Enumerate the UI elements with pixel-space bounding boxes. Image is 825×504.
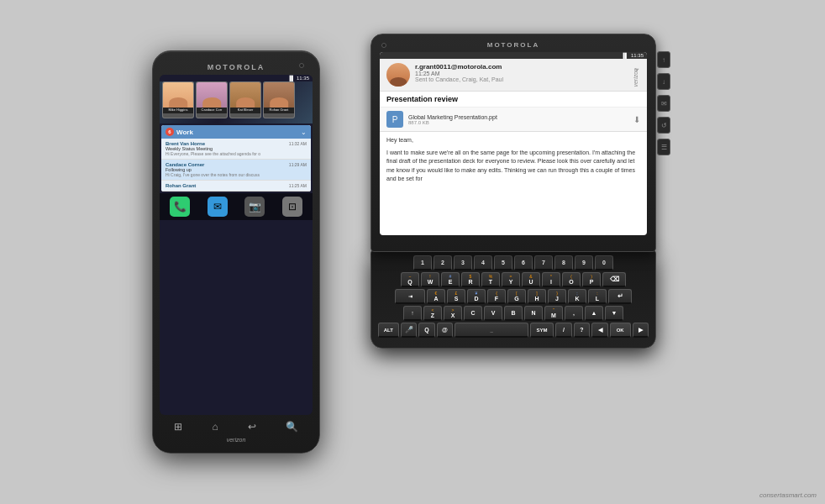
key-h[interactable]: ]H <box>528 289 546 304</box>
key-l[interactable]: :L <box>588 289 607 304</box>
key-6[interactable]: 6 <box>514 255 533 270</box>
key-arrow-up[interactable]: ▲ <box>585 306 603 321</box>
key-4[interactable]: 4 <box>474 255 492 270</box>
side-btn-up[interactable]: ↑ <box>657 51 670 68</box>
key-8[interactable]: 8 <box>554 255 573 270</box>
key-left[interactable]: ◀ <box>591 323 608 338</box>
email-item-3[interactable]: Rohan Grant 11:25 AM <box>161 181 311 192</box>
key-1[interactable]: 1 <box>413 255 432 270</box>
key-g[interactable]: [G <box>507 289 526 304</box>
key-s[interactable]: £S <box>447 289 465 304</box>
screen1-status-bar: ▐▌ 11:35 <box>160 75 313 81</box>
key-arrow-down[interactable]: ▼ <box>605 306 623 321</box>
email-widget: 6 Work ⌄ Brent Van Horne 11:32 AM Weekly… <box>161 125 311 192</box>
key-ok[interactable]: OK <box>610 323 631 338</box>
key-t[interactable]: %T <box>481 272 500 287</box>
attachment-icon: P <box>386 111 403 128</box>
label-candace: Candace Corr <box>197 108 227 113</box>
key-del[interactable]: ⌫ <box>602 272 626 287</box>
key-question[interactable]: ? <box>574 323 591 338</box>
key-space[interactable]: _ <box>455 323 528 338</box>
key-mic[interactable]: 🎤 <box>401 323 418 338</box>
contact-candace[interactable]: Candace Corr <box>196 81 228 118</box>
key-sym[interactable]: SYM <box>530 323 554 338</box>
email-folder-title: Work <box>176 129 298 136</box>
email-time-1: 11:32 AM <box>289 141 307 146</box>
email-time-3: 11:25 AM <box>289 183 307 188</box>
key-d[interactable]: ¥D <box>467 289 486 304</box>
verizon-logo-2: verizon <box>633 68 638 87</box>
nav-back-icon[interactable]: ↩ <box>248 421 256 433</box>
key-i[interactable]: *I <box>542 272 560 287</box>
side-btn-back[interactable]: ↺ <box>657 117 670 134</box>
key-n[interactable]: N <box>524 306 543 321</box>
email-time-2: 11:29 AM <box>289 162 307 167</box>
key-enter[interactable]: ↵ <box>608 289 632 304</box>
key-w[interactable]: !W <box>421 272 439 287</box>
key-q2[interactable]: Q <box>418 323 435 338</box>
side-btn-menu[interactable]: ☰ <box>657 139 670 155</box>
phone2-camera <box>381 43 386 48</box>
key-v[interactable]: V <box>484 306 502 321</box>
key-right[interactable]: ▶ <box>633 323 649 338</box>
email-item-1[interactable]: Brent Van Horne 11:32 AM Weekly Status M… <box>161 139 311 160</box>
key-y[interactable]: =Y <box>502 272 520 287</box>
key-5[interactable]: 5 <box>494 255 512 270</box>
email-detail-header: r.grant0011@motorola.com 11:25 AM Sent t… <box>380 59 647 92</box>
key-o[interactable]: (O <box>562 272 581 287</box>
key-x[interactable]: >X <box>444 306 462 321</box>
nav-search-icon[interactable]: 🔍 <box>286 421 298 433</box>
email-widget-header[interactable]: 6 Work ⌄ <box>161 125 311 139</box>
key-j[interactable]: }J <box>548 289 566 304</box>
email-item-2[interactable]: Candace Corner 11:29 AM Following up Hi … <box>161 160 311 181</box>
nav-home-icon[interactable]: ⌂ <box>212 421 218 433</box>
face-mike <box>163 82 193 108</box>
attachment-name: Global Marketing Presentation.ppt <box>408 114 628 120</box>
key-r[interactable]: $R <box>461 272 480 287</box>
verizon-logo-1: verizon <box>160 435 313 444</box>
side-btn-down[interactable]: ↓ <box>657 73 670 90</box>
screen1-wallpaper: Mike Higgins Candace Corr Kat Bleser <box>160 81 313 123</box>
camera-app-icon[interactable]: 📷 <box>244 197 265 217</box>
browser-app-icon[interactable]: ⊡ <box>282 197 302 217</box>
phone1-device: MOTOROLA ▐▌ 11:35 Mike Higgins <box>152 50 320 454</box>
contact-kat[interactable]: Kat Bleser <box>229 81 261 118</box>
key-shift[interactable]: ↑ <box>403 306 422 321</box>
key-a[interactable]: €A <box>427 289 445 304</box>
email-detail-info: r.grant0011@motorola.com 11:25 AM Sent t… <box>415 63 628 82</box>
contact-mike[interactable]: Mike Higgins <box>162 81 194 118</box>
key-b[interactable]: B <box>504 306 523 321</box>
key-f[interactable]: {F <box>487 289 506 304</box>
key-0[interactable]: 0 <box>595 255 613 270</box>
key-e[interactable]: #E <box>441 272 460 287</box>
key-k[interactable]: ;K <box>568 289 586 304</box>
side-btn-email[interactable]: ✉ <box>657 95 670 112</box>
key-alt-btn[interactable]: ALT <box>378 323 399 338</box>
key-p[interactable]: )P <box>582 272 601 287</box>
email-attachment[interactable]: P Global Marketing Presentation.ppt 887.… <box>380 108 647 132</box>
key-u[interactable]: &U <box>522 272 540 287</box>
key-2[interactable]: 2 <box>434 255 452 270</box>
email-subject-detail: Presentation review <box>380 92 647 108</box>
key-comma[interactable]: , <box>565 306 583 321</box>
key-tab[interactable]: ⇥ <box>395 289 425 304</box>
nav-grid-icon[interactable]: ⊞ <box>174 421 182 433</box>
key-at[interactable]: @ <box>437 323 454 338</box>
contacts-strip: Mike Higgins Candace Corr Kat Bleser <box>160 81 297 122</box>
key-9[interactable]: 9 <box>575 255 593 270</box>
contact-rohan[interactable]: Rohan Grant <box>263 81 295 118</box>
key-m[interactable]: "M <box>544 306 563 321</box>
key-slash[interactable]: / <box>555 323 572 338</box>
key-z[interactable]: <Z <box>423 306 442 321</box>
key-c[interactable]: C <box>464 306 482 321</box>
download-icon[interactable]: ⬇ <box>633 115 640 124</box>
email-app-icon[interactable]: ✉ <box>208 197 228 217</box>
email-expand-btn[interactable]: ⌄ <box>301 129 307 136</box>
motorola-logo-2: MOTOROLA <box>487 41 540 49</box>
label-rohan: Rohan Grant <box>264 108 294 113</box>
key-3[interactable]: 3 <box>454 255 472 270</box>
phone2-screen: ▐▌ 11:35 r.grant0011@motorola.com 11:25 … <box>380 52 647 235</box>
key-q[interactable]: ~Q <box>401 272 419 287</box>
key-7[interactable]: 7 <box>534 255 553 270</box>
phone-app-icon[interactable]: 📞 <box>170 197 190 217</box>
